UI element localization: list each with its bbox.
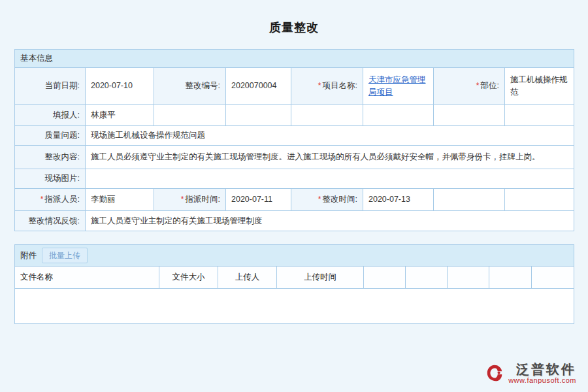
current-date-value: 2020-07-10 bbox=[86, 68, 154, 105]
feedback-value: 施工人员遵守业主制定的有关施工现场管理制度 bbox=[86, 211, 574, 231]
assign-time-label: *指派时间: bbox=[154, 189, 226, 211]
rectify-content-value: 施工人员必须遵守业主制定的有关施工现场管理制度。进入施工现场的所有人员必须戴好安… bbox=[86, 146, 574, 169]
project-name-label: *项目名称: bbox=[291, 68, 363, 105]
project-name-value: 天津市应急管理局项目 bbox=[363, 68, 434, 105]
assign-time-value: 2020-07-11 bbox=[226, 189, 291, 211]
empty-cell bbox=[434, 105, 505, 126]
col-header-empty bbox=[448, 267, 489, 289]
site-photo-label: 现场图片: bbox=[15, 169, 86, 189]
filler-label: 填报人: bbox=[15, 105, 86, 126]
empty-cell bbox=[363, 105, 434, 126]
empty-cell bbox=[291, 105, 363, 126]
col-header-empty bbox=[364, 267, 406, 289]
attachments-title: 附件 bbox=[20, 250, 37, 262]
required-asterisk: * bbox=[318, 81, 321, 90]
project-name-link[interactable]: 天津市应急管理局项目 bbox=[368, 75, 426, 97]
empty-cell bbox=[505, 105, 574, 126]
assignee-label: *指派人员: bbox=[15, 189, 86, 211]
rectify-time-label: *整改时间: bbox=[291, 189, 363, 211]
rectify-no-value: 2020070004 bbox=[226, 68, 291, 105]
col-header-file-name: 文件名称 bbox=[15, 267, 159, 289]
required-asterisk: * bbox=[476, 81, 480, 90]
location-label: *部位: bbox=[434, 68, 505, 105]
footer-url: www.fanpusoft.com bbox=[508, 376, 576, 384]
col-header-empty bbox=[532, 267, 574, 289]
filler-value: 林康平 bbox=[86, 105, 154, 126]
attachments-table: 附件 批量上传 文件名称 文件大小 上传人 上传时间 bbox=[14, 244, 574, 324]
footer-brand: 泛普软件 bbox=[516, 362, 576, 376]
attachments-section-header: 附件 批量上传 bbox=[15, 245, 574, 267]
required-asterisk: * bbox=[318, 195, 321, 204]
col-header-upload-time: 上传时间 bbox=[277, 267, 364, 289]
rectify-time-value: 2020-07-13 bbox=[363, 189, 434, 211]
site-photo-value bbox=[86, 169, 574, 189]
spacer bbox=[14, 231, 574, 244]
page: 质量整改 基本信息 当前日期: 2020-07-10 整改编号: 2020070… bbox=[0, 0, 588, 324]
empty-cell bbox=[154, 105, 226, 126]
col-header-uploader: 上传人 bbox=[218, 267, 277, 289]
basic-info-section-header: 基本信息 bbox=[15, 50, 574, 68]
required-asterisk: * bbox=[181, 195, 184, 204]
empty-cell bbox=[226, 105, 291, 126]
col-header-empty bbox=[489, 267, 532, 289]
rectify-no-label: 整改编号: bbox=[154, 68, 226, 105]
fanpu-logo-icon bbox=[485, 363, 504, 383]
required-asterisk: * bbox=[41, 195, 44, 204]
feedback-label: 整改情况反馈: bbox=[15, 211, 86, 231]
basic-info-table: 基本信息 当前日期: 2020-07-10 整改编号: 2020070004 *… bbox=[14, 49, 574, 231]
col-header-file-size: 文件大小 bbox=[159, 267, 218, 289]
attachments-empty-body bbox=[15, 289, 574, 324]
empty-cell bbox=[505, 189, 574, 211]
quality-issue-label: 质量问题: bbox=[15, 126, 86, 146]
assignee-value: 李勤丽 bbox=[86, 189, 154, 211]
col-header-empty bbox=[406, 267, 448, 289]
empty-cell bbox=[434, 189, 505, 211]
location-value: 施工机械操作规范 bbox=[505, 68, 574, 105]
quality-issue-value: 现场施工机械设备操作规范问题 bbox=[86, 126, 574, 146]
current-date-label: 当前日期: bbox=[15, 68, 86, 105]
rectify-content-label: 整改内容: bbox=[15, 146, 86, 169]
batch-upload-button[interactable]: 批量上传 bbox=[42, 248, 88, 263]
footer-logo: 泛普软件 www.fanpusoft.com bbox=[485, 362, 576, 384]
page-title: 质量整改 bbox=[14, 0, 574, 49]
